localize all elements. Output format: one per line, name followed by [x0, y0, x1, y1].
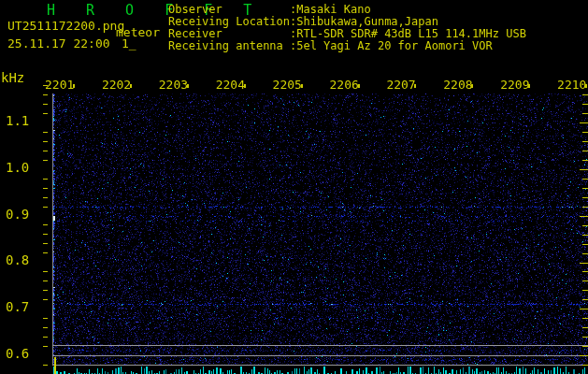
- freq-minor-tick-right: [582, 225, 588, 226]
- freq-tick-label: 0.8: [6, 253, 29, 266]
- freq-minor-tick-right: [582, 94, 588, 95]
- freq-minor-tick-right: [582, 280, 588, 281]
- freq-minor-tick-right: [582, 160, 588, 161]
- freq-minor-tick-right: [582, 299, 588, 300]
- output-filename: UT2511172200.png: [7, 20, 124, 33]
- time-tick-mark: [187, 84, 189, 88]
- time-tick-label: 2202: [102, 79, 131, 91]
- freq-minor-tick-right: [582, 337, 588, 338]
- freq-minor-tick-right: [582, 346, 588, 347]
- time-tick-mark: [471, 84, 473, 88]
- freq-minor-tick-right: [582, 197, 588, 198]
- time-tick-label: 2209: [500, 79, 529, 91]
- freq-major-tick-right: [580, 216, 588, 217]
- freq-minor-tick-right: [582, 151, 588, 151]
- freq-minor-tick-right: [582, 188, 588, 189]
- time-tick-label: 2210: [557, 79, 586, 91]
- minute-counter: 1_: [122, 37, 136, 50]
- freq-minor-tick: [43, 234, 48, 235]
- freq-minor-tick: [43, 179, 48, 180]
- freq-minor-tick: [43, 299, 48, 300]
- freq-minor-tick: [43, 160, 48, 161]
- freq-major-tick-right: [580, 169, 588, 170]
- time-tick-mark: [130, 84, 132, 88]
- freq-minor-tick-right: [582, 253, 588, 254]
- freq-minor-tick: [43, 271, 48, 272]
- freq-major-tick-right: [580, 122, 588, 123]
- freq-minor-tick: [43, 113, 48, 114]
- freq-minor-tick-right: [582, 327, 588, 328]
- freq-minor-tick: [43, 104, 48, 105]
- freq-minor-tick: [43, 94, 48, 95]
- freq-minor-tick: [43, 85, 48, 86]
- time-tick-mark: [358, 84, 360, 88]
- freq-minor-tick-right: [582, 104, 588, 105]
- freq-minor-tick: [43, 290, 48, 291]
- time-tick-label: 2205: [273, 79, 302, 91]
- info-value-antenna: :5el Yagi Az 20 for Aomori VOR: [290, 40, 493, 52]
- time-tick-label: 2201: [45, 79, 74, 91]
- freq-minor-tick-right: [582, 271, 588, 272]
- freq-minor-tick: [43, 243, 48, 244]
- time-tick-mark: [414, 84, 416, 88]
- freq-minor-tick: [43, 280, 48, 281]
- info-label-antenna: Receiving antenna: [168, 40, 283, 52]
- freq-minor-tick: [43, 151, 48, 151]
- freq-tick-label: 0.9: [6, 208, 29, 221]
- time-tick-mark: [585, 84, 587, 88]
- freq-minor-tick: [43, 346, 48, 347]
- freq-minor-tick-right: [582, 113, 588, 114]
- freq-minor-tick-right: [582, 235, 588, 236]
- freq-axis-unit: kHz: [1, 71, 24, 84]
- time-tick-label: 2206: [330, 79, 359, 91]
- time-tick-label: 2203: [159, 79, 188, 91]
- time-tick-mark: [244, 84, 246, 88]
- spectrogram-canvas: [0, 0, 588, 374]
- freq-tick-label: 1.0: [6, 161, 29, 174]
- time-tick-mark: [301, 84, 303, 88]
- freq-minor-tick: [43, 224, 48, 225]
- freq-minor-tick-right: [582, 132, 588, 133]
- freq-minor-tick: [43, 252, 48, 253]
- time-tick-label: 2204: [216, 79, 245, 91]
- freq-minor-tick: [43, 318, 48, 319]
- freq-minor-tick: [43, 188, 48, 189]
- freq-minor-tick-right: [582, 207, 588, 208]
- freq-tick-label: 0.6: [6, 347, 29, 360]
- time-tick-mark: [73, 84, 75, 88]
- freq-major-tick-right: [580, 263, 588, 264]
- freq-tick-label: 0.7: [6, 300, 29, 313]
- freq-minor-tick-right: [582, 365, 588, 366]
- freq-minor-tick-right: [582, 141, 588, 142]
- time-tick-label: 2207: [386, 79, 415, 91]
- freq-minor-tick: [43, 207, 48, 208]
- freq-minor-tick: [43, 141, 48, 142]
- freq-major-tick-right: [580, 309, 588, 309]
- freq-minor-tick: [43, 337, 48, 338]
- time-tick-label: 2208: [443, 79, 472, 91]
- freq-minor-tick: [43, 197, 48, 198]
- freq-minor-tick-right: [582, 318, 588, 319]
- hrofft-screen: H R O F F T UT2511172200.png meteor 25.1…: [0, 0, 588, 374]
- freq-tick-label: 1.1: [6, 114, 29, 127]
- freq-minor-tick-right: [582, 290, 588, 291]
- time-tick-mark: [528, 84, 530, 88]
- freq-minor-tick-right: [582, 244, 588, 245]
- datetime-label: 25.11.17 22:00: [7, 37, 110, 50]
- freq-minor-tick: [43, 327, 48, 328]
- freq-minor-tick: [43, 132, 48, 133]
- freq-minor-tick-right: [582, 179, 588, 180]
- freq-major-tick-right: [580, 355, 588, 356]
- freq-minor-tick: [43, 365, 48, 366]
